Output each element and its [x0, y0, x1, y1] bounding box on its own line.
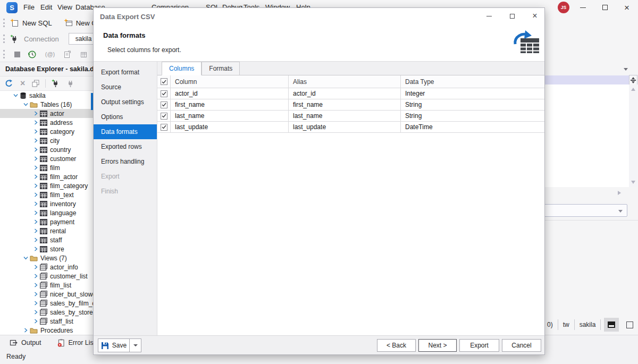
row-checkbox[interactable] [161, 101, 167, 108]
back-button[interactable]: < Back [377, 339, 416, 352]
chevron-right-icon[interactable] [33, 147, 38, 152]
copy-icon[interactable] [32, 80, 39, 87]
tree-item-category[interactable]: category [0, 127, 94, 136]
chevron-right-icon[interactable] [33, 319, 38, 324]
tree-item-country[interactable]: country [0, 145, 94, 154]
next-button[interactable]: Next > [418, 339, 457, 352]
dialog-maximize-button[interactable] [504, 10, 520, 22]
toolbar-grip[interactable] [3, 50, 5, 58]
scroll-right-icon[interactable] [618, 191, 621, 195]
table-row-actor-id[interactable]: actor_idactor_idInteger [157, 88, 544, 99]
chevron-right-icon[interactable] [33, 120, 38, 125]
row-checkbox[interactable] [161, 113, 167, 120]
editor-dropdown[interactable] [542, 204, 627, 217]
menu-file[interactable]: File [22, 0, 36, 15]
column-header[interactable]: Column [171, 75, 289, 88]
export-button[interactable]: Export [459, 339, 499, 352]
dialog-close-button[interactable]: × [527, 10, 543, 22]
tree-item-sales-by-film-category[interactable]: sales_by_film_category [0, 299, 94, 308]
chevron-right-icon[interactable] [33, 310, 38, 315]
table-row-last-name[interactable]: last_namelast_nameString [157, 111, 544, 122]
dialog-minimize-button[interactable] [481, 10, 497, 22]
step-options[interactable]: Options [94, 109, 157, 124]
step-export-format[interactable]: Export format [94, 65, 157, 80]
history-icon[interactable] [28, 50, 37, 59]
scroll-up-icon[interactable] [631, 88, 635, 91]
scroll-down-icon[interactable] [631, 181, 635, 184]
menu-view[interactable]: View [56, 0, 74, 15]
step-exported-rows[interactable]: Exported rows [94, 139, 157, 154]
data-type-header[interactable]: Data Type [401, 75, 544, 88]
chevron-right-icon[interactable] [33, 301, 38, 306]
tab-output[interactable]: Output [10, 339, 41, 346]
tree-item-film-actor[interactable]: film_actor [0, 172, 94, 181]
step-source[interactable]: Source [94, 80, 157, 95]
chevron-right-icon[interactable] [33, 210, 38, 215]
chevron-right-icon[interactable] [33, 228, 38, 233]
chevron-down-icon[interactable] [23, 103, 28, 106]
tree-item-payment[interactable]: payment [0, 217, 94, 226]
tree-item-tables-16[interactable]: Tables (16) [0, 100, 94, 109]
tree-item-sakila[interactable]: sakila [0, 91, 94, 100]
alias-header[interactable]: Alias [289, 75, 401, 88]
step-errors-handling[interactable]: Errors handling [94, 154, 157, 169]
tree-item-film-category[interactable]: film_category [0, 181, 94, 190]
tree-item-city[interactable]: city [0, 136, 94, 145]
chevron-right-icon[interactable] [33, 156, 38, 161]
tree-item-customer[interactable]: customer [0, 154, 94, 163]
layout-full-button[interactable] [622, 318, 637, 332]
new-connection-icon[interactable] [52, 79, 60, 88]
sql-editor-area[interactable] [542, 84, 629, 187]
chevron-right-icon[interactable] [33, 247, 38, 251]
tree-item-film[interactable]: film [0, 163, 94, 172]
tree-item-views-7[interactable]: Views (7) [0, 253, 94, 263]
chevron-down-icon[interactable] [624, 68, 628, 71]
tree-item-nicer-but-slower-film-list[interactable]: nicer_but_slower_film_list [0, 290, 94, 299]
toolbar-grip[interactable] [3, 19, 5, 27]
tree-item-language[interactable]: language [0, 208, 94, 217]
tree-item-sales-by-store[interactable]: sales_by_store [0, 308, 94, 317]
tab-formats[interactable]: Formats [202, 62, 240, 75]
chevron-right-icon[interactable] [33, 174, 38, 179]
tree-item-customer-list[interactable]: customer_list [0, 272, 94, 281]
chevron-right-icon[interactable] [33, 219, 38, 224]
tab-error-list[interactable]: Error List [57, 338, 96, 347]
chevron-right-icon[interactable] [33, 292, 38, 297]
chevron-right-icon[interactable] [33, 283, 38, 287]
save-button[interactable]: Save [98, 338, 130, 352]
menu-edit[interactable]: Edit [39, 0, 54, 15]
window-minimize-button[interactable] [575, 0, 591, 15]
splitter-handle[interactable] [629, 75, 637, 85]
tree-item-staff-list[interactable]: staff_list [0, 317, 94, 326]
tree-item-film-text[interactable]: film_text [0, 190, 94, 199]
tree-item-address[interactable]: address [0, 118, 94, 127]
chevron-right-icon[interactable] [33, 274, 38, 278]
chevron-down-icon[interactable] [23, 256, 28, 260]
table-row-last-update[interactable]: last_updatelast_updateDateTime [157, 122, 544, 133]
step-output-settings[interactable]: Output settings [94, 95, 157, 109]
chevron-right-icon[interactable] [33, 201, 38, 206]
chevron-right-icon[interactable] [23, 328, 28, 333]
row-checkbox[interactable] [161, 90, 167, 97]
window-maximize-button[interactable] [597, 0, 613, 15]
tree-item-rental[interactable]: rental [0, 226, 94, 235]
table-row-first-name[interactable]: first_namefirst_nameString [157, 99, 544, 111]
chevron-right-icon[interactable] [33, 129, 38, 134]
layout-split-button[interactable] [604, 318, 619, 332]
editor-vertical-scrollbar[interactable] [629, 84, 637, 187]
tree-item-procedures[interactable]: Procedures [0, 326, 94, 335]
tree-item-actor[interactable]: actor [0, 109, 94, 118]
step-data-formats[interactable]: Data formats [94, 124, 157, 139]
chevron-right-icon[interactable] [33, 165, 38, 170]
window-close-button[interactable]: × [619, 0, 635, 15]
chevron-right-icon[interactable] [33, 238, 38, 242]
new-connection-icon[interactable] [10, 35, 19, 44]
stop-icon[interactable] [14, 52, 20, 57]
chevron-right-icon[interactable] [33, 265, 38, 269]
toolbar-grip[interactable] [3, 35, 5, 43]
refresh-icon[interactable] [5, 79, 13, 88]
tree-item-inventory[interactable]: inventory [0, 199, 94, 208]
tree-item-actor-info[interactable]: actor_info [0, 263, 94, 272]
cancel-button[interactable]: Cancel [502, 339, 541, 352]
chevron-down-icon[interactable] [13, 94, 18, 97]
